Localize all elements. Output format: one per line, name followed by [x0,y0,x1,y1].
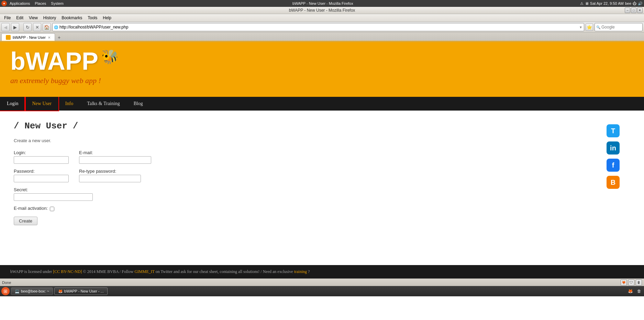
taskbar-terminal-label: bee@bee-box: ~ [21,289,49,293]
menu-edit[interactable]: Edit [13,15,26,21]
login-label: Login: [14,150,69,155]
taskbar-ff-icon[interactable]: 🦊 [627,288,634,295]
url-site-icon: 🌐 [54,25,58,29]
menu-help[interactable]: Help [100,15,114,21]
firefox-chrome: bWAPP - New User - Mozilla Firefox – □ ✕… [0,7,644,42]
ff-tabbar: bWAPP - New User ✕ + [0,33,644,42]
menu-file[interactable]: File [1,15,13,21]
search-bar-wrap: 🔍 ▼ [595,23,643,31]
browser-title: bWAPP - New User - Mozilla Firefox [289,8,355,13]
nav-login[interactable]: Login [0,97,25,111]
home-button[interactable]: 🏠 [43,23,51,31]
statusbar-shield-icon[interactable]: 🛡 [628,279,634,286]
volume-icon[interactable]: 🔊 [638,1,643,6]
blogger-icon[interactable]: B [607,176,620,189]
taskbar-right: 🦊 🗑 [627,288,643,295]
footer-license-link[interactable]: [CC BY-NC-ND] [53,269,82,274]
bwapp-nav: Login New User Info Talks & Training Blo… [0,97,644,111]
ff-menu-bar: File Edit View History Bookmarks Tools H… [0,14,644,22]
footer-text-after-twitter: on Twitter and ask for our cheat sheet, … [156,269,293,274]
url-bar-wrap: 🌐 ▼ [52,23,584,31]
ubuntu-logo-icon[interactable]: ● [1,1,7,6]
taskbar-terminal-btn[interactable]: 💻 bee@bee-box: ~ [11,287,53,295]
close-button[interactable]: ✕ [637,8,643,13]
os-places-menu[interactable]: Places [33,1,48,5]
power-icon[interactable]: ⏻ [633,1,636,5]
os-taskbar: ⊞ 💻 bee@bee-box: ~ 🦊 bWAPP - New User - … [0,286,644,296]
firefox-titlebar: bWAPP - New User - Mozilla Firefox – □ ✕ [0,7,644,14]
nav-talks[interactable]: Talks & Training [80,97,126,111]
secret-input[interactable] [14,193,93,201]
password-input[interactable] [14,175,69,182]
form-group-password: Password: [14,169,69,182]
twitter-icon[interactable]: T [607,124,620,137]
taskbar-browser-btn[interactable]: 🦊 bWAPP - New User - ... [54,287,108,295]
form-group-email: E-mail: [79,150,151,164]
footer-training-link[interactable]: training [294,269,307,274]
menu-tools[interactable]: Tools [85,15,100,21]
os-topbar-left: ● Applications Places System [1,1,66,6]
taskbar-launcher[interactable]: ⊞ [1,287,10,295]
bookmark-icon[interactable]: ⭐ [586,23,593,31]
linkedin-icon[interactable]: in [607,141,620,155]
clock: Sat Apr 22, 9:50 AM [590,1,624,5]
tab-label: bWAPP - New User [13,35,46,39]
statusbar-delete-icon[interactable]: 🗑 [636,279,642,286]
bwapp-main: / New User / Create a new user. Login: E… [14,121,596,255]
blogger-label: B [611,179,615,186]
email-label: E-mail: [79,150,151,155]
os-applications-menu[interactable]: Applications [8,1,32,5]
secret-label: Secret: [14,187,596,192]
tab-bwapp-newuser[interactable]: bWAPP - New User ✕ [1,33,55,41]
nav-blog[interactable]: Blog [127,97,150,111]
new-tab-button[interactable]: + [55,34,63,41]
linkedin-label: in [610,144,616,152]
forward-button[interactable]: ▶ [11,23,19,31]
repassword-input[interactable] [79,175,141,182]
form-group-secret: Secret: [14,187,596,201]
twitter-label: T [611,127,615,135]
statusbar-ff-icon[interactable]: 🦊 [621,279,627,286]
back-button[interactable]: ◀ [1,23,10,31]
titlebar-controls: – □ ✕ [625,8,643,13]
url-input[interactable] [59,25,579,30]
maximize-button[interactable]: □ [631,8,636,13]
ff-nav-toolbar: ◀ ▶ ↻ ✕ 🏠 🌐 ▼ ⭐ 🔍 ▼ [0,22,644,33]
menu-bookmarks[interactable]: Bookmarks [59,15,85,21]
password-label: Password: [14,169,69,174]
reload-button[interactable]: ↻ [23,23,32,31]
username: bee [625,1,631,5]
social-sidebar: T in f B [596,121,630,255]
create-user-description: Create a new user. [14,138,596,143]
nav-info[interactable]: Info [58,97,80,111]
stop-button[interactable]: ✕ [33,23,41,31]
statusbar-text: Done [2,281,11,285]
form-group-repassword: Re-type password: [79,169,141,182]
tab-close-icon[interactable]: ✕ [48,36,51,39]
terminal-icon: 💻 [15,289,20,294]
facebook-icon[interactable]: f [607,159,620,172]
warning-icon: ⚠ [580,1,584,6]
taskbar-trash-icon[interactable]: 🗑 [636,288,643,295]
url-dropdown-icon[interactable]: ▼ [579,25,582,29]
create-button[interactable]: Create [14,217,37,225]
network-icon: 🖥 [585,1,589,5]
search-input[interactable] [601,25,644,30]
statusbar-right: 🦊 🛡 🗑 [621,279,642,286]
email-input[interactable] [79,156,151,164]
os-system-menu[interactable]: System [49,1,66,5]
form-row-email-activation: E-mail activation: [14,206,596,212]
bwapp-footer: bWAPP is licensed under [CC BY-NC-ND] © … [0,265,644,278]
email-activation-checkbox[interactable] [50,207,54,211]
browser-icon: 🦊 [58,289,63,294]
footer-twitter-link[interactable]: GIMME_IT [134,269,154,274]
form-group-login: Login: [14,150,69,164]
bee-icon: 🐝 [101,49,119,65]
email-activation-label: E-mail activation: [14,206,48,211]
menu-view[interactable]: View [26,15,41,21]
os-topbar-center: bWAPP - New User - Mozilla Firefox [66,1,580,5]
nav-newuser[interactable]: New User [25,97,58,111]
login-input[interactable] [14,156,69,164]
menu-history[interactable]: History [41,15,59,21]
minimize-button[interactable]: – [625,8,630,13]
